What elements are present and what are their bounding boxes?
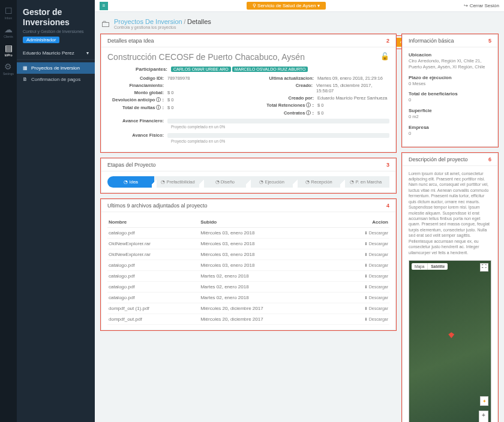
field-value: Eduardo Mauricio Perez Sanhueza xyxy=(317,95,387,101)
file-date: Miércoles 03, enero 2018 xyxy=(199,239,334,249)
marker-3: 3 xyxy=(386,162,389,168)
rail-idipro-icon[interactable]: ▤IdiPro xyxy=(4,43,12,57)
stage-p. en marcha[interactable]: ◔ P. en Marcha xyxy=(343,176,389,188)
org-badge[interactable]: ⚲ Servicio de Salud de Aysen ▾ xyxy=(247,2,326,10)
breadcrumb-root[interactable]: Proyectos De Inversion xyxy=(114,18,182,25)
download-link[interactable]: ⬇ Descargar xyxy=(364,242,388,246)
file-date: Miércoles 20, diciembre 2017 xyxy=(199,314,334,325)
col-name: Nombre xyxy=(107,217,199,228)
info-value: 0 xyxy=(409,131,491,137)
field-label: Codigo IDI: xyxy=(107,76,167,81)
info-panel: Información básica5 UbicacionCiro Arredo… xyxy=(402,34,498,147)
user-name: Eduardo Mauricio Perez xyxy=(23,50,74,56)
app-tagline: Control y Gestión de Inversiones xyxy=(23,29,84,34)
adv-fis-bar xyxy=(167,133,389,138)
field-value: Martes 09, enero 2018, 21:29:16 xyxy=(317,76,383,81)
info-value: 0 Meses xyxy=(409,81,491,87)
file-row: OldNewExplorer.rarMiércoles 03, enero 20… xyxy=(107,249,389,260)
info-label: Empresa xyxy=(409,125,491,130)
stage-ejecución[interactable]: ◔ Ejecución xyxy=(248,176,295,188)
sidebar-nav: ▦ Proyectos de inversion 🗎 Confirmacion … xyxy=(17,62,95,85)
rail-settings-icon[interactable]: ⚙Settings xyxy=(3,62,14,76)
field-label: Contratos ⓘ : xyxy=(257,110,317,116)
field-label: Devolución anticipo ⓘ : xyxy=(107,97,167,103)
download-link[interactable]: ⬇ Descargar xyxy=(364,285,388,289)
file-date: Martes 02, enero 2018 xyxy=(199,282,334,293)
detail-header: Detalles etapa Idea xyxy=(107,38,154,44)
app-name: Gestor de Inversiones xyxy=(23,7,89,28)
download-link[interactable]: ⬇ Descargar xyxy=(364,274,388,278)
file-name: catalogo.pdf xyxy=(107,293,199,303)
user-dropdown[interactable]: Eduardo Mauricio Perez ▾ xyxy=(17,47,95,60)
map-pin-icon xyxy=(448,332,454,338)
col-date: Subido xyxy=(199,217,334,228)
field-label: Financiamiento: xyxy=(107,83,167,88)
col-action: Accion xyxy=(334,217,389,228)
field-value: $ 0 xyxy=(167,105,173,111)
download-link[interactable]: ⬇ Descargar xyxy=(364,296,388,300)
rail-inbox-icon[interactable]: ☐Inbox xyxy=(5,6,13,20)
adv-fis-label: Avance Fisico: xyxy=(107,132,167,138)
participant-tag[interactable]: MARCELO OSVALDO RUIZ ABURTO xyxy=(232,67,308,72)
file-name: catalogo.pdf xyxy=(107,271,199,282)
download-link[interactable]: ⬇ Descargar xyxy=(364,317,388,321)
info-value: Ciro Arredondo, Región XI, Chile 21, Pue… xyxy=(409,58,491,70)
stage-prefactibilidad[interactable]: ◔ Prefactibilidad xyxy=(154,176,201,188)
menu-toggle-icon[interactable]: ≡ xyxy=(100,2,108,10)
marker-2: 2 xyxy=(386,38,389,44)
file-date: Martes 02, enero 2018 xyxy=(199,271,334,282)
icon-rail: ☐Inbox ☁Clients ▤IdiPro ⚙Settings xyxy=(0,0,17,422)
info-label: Total de beneficiarios xyxy=(409,91,491,97)
file-row: catalogo.pdfMiércoles 03, enero 2018⬇ De… xyxy=(107,228,389,239)
participant-tag[interactable]: CARLOS OMAR URIBE ARO xyxy=(171,67,231,72)
marker-4: 4 xyxy=(386,203,389,209)
stages-panel: Etapas del Proyecto3 ◔ Idea◔ Prefactibil… xyxy=(101,158,396,193)
download-link[interactable]: ⬇ Descargar xyxy=(364,252,388,257)
logout-link[interactable]: ↪ Cerrar Sesión xyxy=(464,3,499,8)
field-label: Total Retenciones ⓘ : xyxy=(257,103,317,108)
adv-fin-sub: Proyecto completado en un 0% xyxy=(171,125,389,129)
file-row: catalogo.pdfMartes 02, enero 2018⬇ Desca… xyxy=(107,282,389,293)
marker-5: 5 xyxy=(488,38,491,44)
file-name: dompdf_out.pdf xyxy=(107,314,199,325)
role-badge: Administrador xyxy=(23,37,59,43)
file-row: catalogo.pdfMartes 02, enero 2018⬇ Desca… xyxy=(107,293,389,303)
marker-6: 6 xyxy=(488,156,491,162)
breadcrumb-current: Detalles xyxy=(187,18,211,25)
nav-proyectos[interactable]: ▦ Proyectos de inversion xyxy=(17,62,95,74)
field-label: Creado por: xyxy=(257,95,317,101)
field-label: Creado: xyxy=(257,83,316,94)
map-type-toggle[interactable]: MapaSatélite xyxy=(412,263,448,270)
map-fullscreen-icon[interactable]: ⛶ xyxy=(480,263,488,272)
breadcrumb-sub: Controla y gestiona los proyectos xyxy=(114,25,211,29)
field-value: $ 0 xyxy=(317,103,323,108)
info-label: Superficie xyxy=(409,108,491,113)
nav-confirmacion[interactable]: 🗎 Confirmacion de pagos xyxy=(17,74,95,85)
map-pegman-icon[interactable]: ✦ xyxy=(480,396,488,406)
info-value: 0 m2 xyxy=(409,114,491,120)
unlock-icon[interactable]: 🔓 xyxy=(380,52,389,62)
file-date: Martes 02, enero 2018 xyxy=(199,293,334,303)
file-row: OldNewExplorer.rarMiércoles 03, enero 20… xyxy=(107,239,389,249)
rail-clients-icon[interactable]: ☁Clients xyxy=(4,25,13,38)
files-panel: Ultimos 9 archivos adjuntados al proyect… xyxy=(101,199,396,330)
file-date: Miércoles 03, enero 2018 xyxy=(199,228,334,239)
file-date: Miércoles 03, enero 2018 xyxy=(199,260,334,271)
download-link[interactable]: ⬇ Descargar xyxy=(364,306,388,311)
map-zoom[interactable]: +− xyxy=(479,411,488,422)
stage-recepción[interactable]: ◔ Recepción xyxy=(295,176,342,188)
file-name: dompdf_out (1).pdf xyxy=(107,303,199,314)
map[interactable]: MapaSatélite ⛶ ✦ +− Google Condiciones d… xyxy=(409,260,491,422)
file-name: catalogo.pdf xyxy=(107,228,199,239)
topbar: ≡ ⚲ Servicio de Salud de Aysen ▾ ↪ Cerra… xyxy=(95,0,504,12)
field-label: Monto global: xyxy=(107,90,167,95)
field-value: $ 0 xyxy=(167,97,173,103)
download-link[interactable]: ⬇ Descargar xyxy=(364,263,388,267)
brand: Gestor de Inversiones Control y Gestión … xyxy=(17,0,95,47)
info-label: Plazo de ejecucion xyxy=(409,75,491,80)
download-link[interactable]: ⬇ Descargar xyxy=(364,231,388,235)
stage-diseño[interactable]: ◔ Diseño xyxy=(202,176,248,188)
info-label: Ubicacion xyxy=(409,52,491,58)
field-label: Ultima actualizacion: xyxy=(257,76,317,81)
stage-idea[interactable]: ◔ Idea xyxy=(107,176,154,188)
